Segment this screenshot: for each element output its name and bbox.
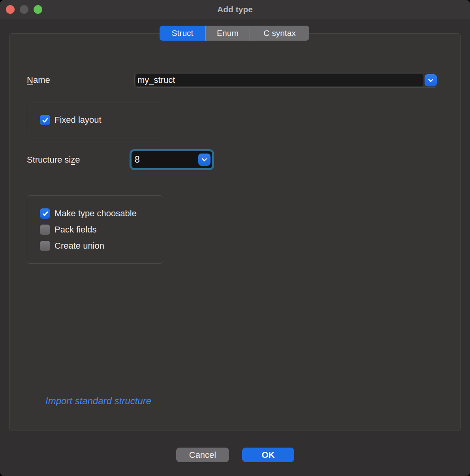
structure-size-combobox: 8 xyxy=(132,151,212,168)
window-title: Add type xyxy=(0,0,470,19)
options-group: Make type choosable Pack fields Create u… xyxy=(27,195,163,264)
name-input[interactable]: my_struct xyxy=(135,74,423,86)
name-dropdown-button[interactable] xyxy=(425,74,437,86)
tab-c-syntax-label: C syntax xyxy=(263,28,296,38)
make-type-choosable-checkbox[interactable] xyxy=(40,208,50,219)
ok-button[interactable]: OK xyxy=(242,448,294,462)
create-union-row[interactable]: Create union xyxy=(40,241,163,251)
chevron-down-icon xyxy=(201,156,208,163)
name-label: Name xyxy=(27,74,50,86)
pack-fields-row[interactable]: Pack fields xyxy=(40,225,163,235)
fixed-layout-label: Fixed layout xyxy=(55,115,102,125)
tab-struct[interactable]: Struct xyxy=(160,26,205,41)
structure-size-dropdown-button[interactable] xyxy=(198,154,211,166)
pack-fields-checkbox[interactable] xyxy=(40,225,50,235)
structure-size-focus-ring: 8 xyxy=(130,149,214,170)
make-type-choosable-row[interactable]: Make type choosable xyxy=(40,208,163,219)
title-bar: Add type xyxy=(0,0,470,19)
make-type-choosable-label: Make type choosable xyxy=(55,208,137,219)
name-combobox: my_struct xyxy=(134,73,438,88)
tab-struct-label: Struct xyxy=(172,28,194,38)
create-union-label: Create union xyxy=(55,241,104,251)
cancel-button[interactable]: Cancel xyxy=(176,448,229,462)
import-standard-structure-link[interactable]: Import standard structure xyxy=(45,395,151,407)
check-icon xyxy=(41,210,49,217)
add-type-dialog: Add type Struct Enum C syntax Name my_st… xyxy=(0,0,470,476)
fixed-layout-checkbox[interactable] xyxy=(40,115,50,125)
tab-bar: Struct Enum C syntax xyxy=(160,26,309,41)
structure-size-label: Structure size xyxy=(27,154,80,166)
tab-enum[interactable]: Enum xyxy=(205,26,250,41)
chevron-down-icon xyxy=(427,77,434,84)
check-icon xyxy=(41,116,49,124)
structure-size-input[interactable]: 8 xyxy=(132,154,198,165)
pack-fields-label: Pack fields xyxy=(55,225,96,235)
tab-c-syntax[interactable]: C syntax xyxy=(250,26,309,41)
create-union-checkbox[interactable] xyxy=(40,241,50,251)
fixed-layout-group: Fixed layout xyxy=(27,103,163,137)
tab-enum-label: Enum xyxy=(217,28,239,38)
fixed-layout-checkbox-row[interactable]: Fixed layout xyxy=(40,115,102,125)
